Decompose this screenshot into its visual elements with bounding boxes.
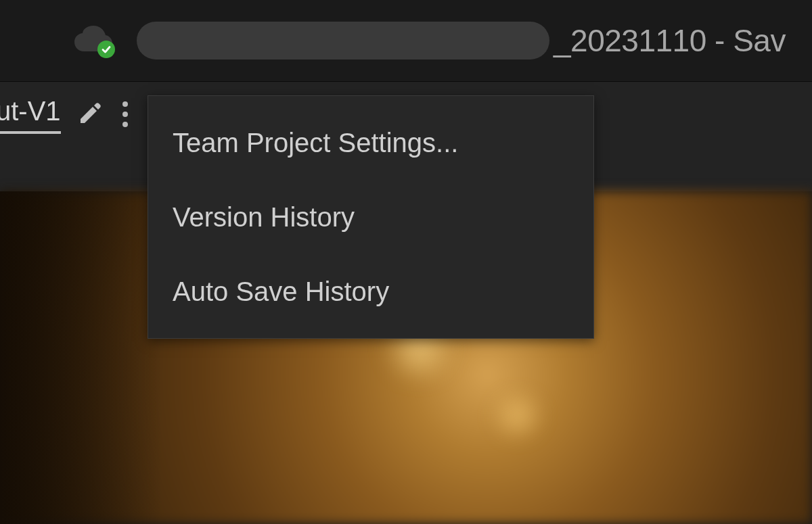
menu-separator (148, 172, 593, 188)
menu-separator (148, 246, 593, 262)
video-highlight (487, 392, 548, 439)
check-badge-icon (97, 41, 115, 58)
top-bar: _20231110 - Sav (0, 0, 812, 81)
pencil-icon[interactable] (77, 102, 102, 126)
project-title-redacted[interactable] (137, 22, 549, 59)
active-tab[interactable]: ut-V1 (0, 95, 61, 134)
kebab-menu-icon[interactable] (122, 101, 129, 127)
project-title-suffix: _20231110 - Sav (554, 22, 786, 59)
menu-item-version-history[interactable]: Version History (148, 188, 593, 246)
cloud-sync-status[interactable] (74, 26, 112, 55)
context-menu: Team Project Settings... Version History… (148, 95, 594, 339)
video-preview-shadow (0, 191, 162, 524)
tab-row: ut-V1 (0, 95, 129, 134)
menu-item-team-project-settings[interactable]: Team Project Settings... (148, 114, 593, 172)
menu-item-auto-save-history[interactable]: Auto Save History (148, 262, 593, 320)
